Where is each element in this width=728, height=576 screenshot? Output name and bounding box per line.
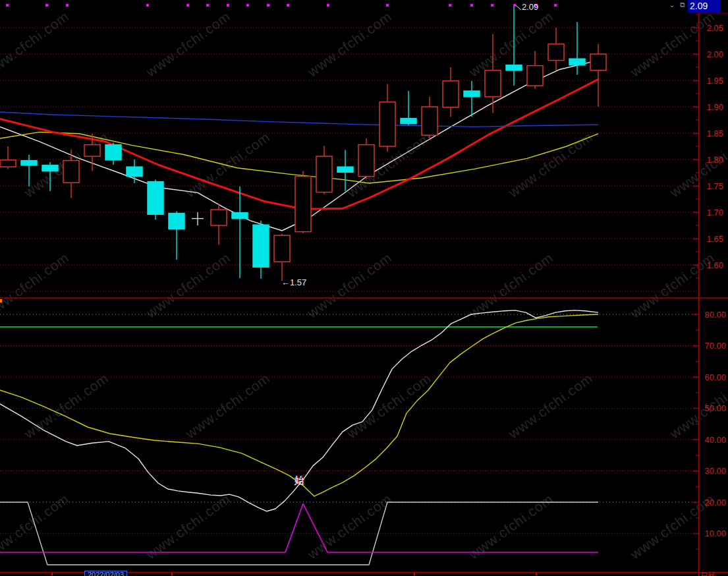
indicator-axis-label: 50.00 bbox=[704, 403, 726, 413]
d-line bbox=[0, 314, 598, 496]
candle-body bbox=[443, 81, 459, 107]
candle-body bbox=[464, 91, 480, 97]
period-dot bbox=[206, 4, 209, 7]
indicator-axis-label: 70.00 bbox=[704, 341, 726, 351]
period-dot bbox=[146, 4, 149, 7]
candle-body bbox=[126, 167, 142, 176]
candle-body bbox=[21, 161, 37, 165]
start-marker: 始 bbox=[294, 475, 304, 487]
orange-mark bbox=[0, 299, 2, 302]
price-axis-label: 2.00 bbox=[707, 49, 723, 59]
price-axis-label: 1.95 bbox=[707, 76, 723, 86]
period-dot bbox=[491, 4, 493, 7]
candle-body bbox=[232, 213, 248, 219]
indicator-axis-label: 10.00 bbox=[704, 529, 726, 538]
price-axis-label: 1.70 bbox=[707, 208, 723, 217]
period-dot bbox=[227, 4, 229, 7]
price-axis-label: 1.60 bbox=[707, 260, 723, 270]
period-dot bbox=[470, 4, 473, 7]
window-icon[interactable]: ⧉ bbox=[677, 0, 688, 9]
candle-body bbox=[42, 165, 58, 171]
time-axis-tick bbox=[51, 573, 53, 575]
candle-body bbox=[253, 225, 269, 267]
price-axis-label: 1.75 bbox=[707, 181, 723, 191]
candle-body bbox=[422, 107, 437, 135]
stock-chart-app: www.cfchi.comwww.cfchi.comwww.cfchi.comw… bbox=[0, 0, 728, 576]
candle-body bbox=[485, 71, 501, 97]
high-annotation-arrow bbox=[516, 5, 521, 10]
period-dot bbox=[449, 4, 451, 7]
axis-header: ⌄ ⧉ 2.09 bbox=[667, 0, 720, 13]
candle-body bbox=[337, 167, 353, 172]
high-price-annotation: 2.09 bbox=[522, 2, 538, 12]
candle-body bbox=[0, 160, 16, 167]
chevron-down-icon[interactable]: ⌄ bbox=[667, 0, 677, 9]
candle-body bbox=[506, 65, 522, 71]
period-dot bbox=[554, 4, 557, 7]
indicator-axis-label: 20.00 bbox=[704, 498, 726, 507]
status-bar: 2022/02/03 日线 bbox=[0, 573, 728, 576]
time-axis-tick bbox=[536, 573, 537, 575]
candle-body bbox=[569, 59, 585, 65]
candle-body bbox=[169, 214, 184, 229]
indicator-axis-label: 60.00 bbox=[704, 372, 726, 382]
indicator-axis-label: 40.00 bbox=[704, 435, 726, 445]
period-dot bbox=[246, 4, 249, 7]
candle-body bbox=[316, 156, 332, 192]
period-dot bbox=[287, 4, 289, 7]
candle-body bbox=[590, 54, 606, 71]
candle-body bbox=[63, 161, 79, 183]
candle-body bbox=[84, 145, 100, 157]
period-dot bbox=[267, 4, 269, 7]
low-price-annotation: ←1.57 bbox=[281, 277, 306, 287]
period-dot bbox=[513, 4, 516, 7]
time-axis-tick bbox=[171, 573, 173, 575]
candle-body bbox=[295, 177, 311, 232]
candle-body bbox=[211, 210, 227, 225]
candle-body bbox=[379, 102, 395, 146]
indicator-axis-label: 80.00 bbox=[704, 310, 726, 320]
period-dot bbox=[6, 4, 9, 7]
price-axis-label: 2.05 bbox=[707, 23, 723, 33]
price-axis-label: 1.80 bbox=[707, 155, 723, 165]
period-dot bbox=[186, 4, 189, 7]
candle-body bbox=[105, 145, 121, 160]
time-axis-tick bbox=[414, 573, 415, 575]
price-axis-label: 1.85 bbox=[707, 129, 723, 138]
chart-canvas[interactable]: 2.052.001.951.901.851.801.751.701.651.60… bbox=[0, 0, 728, 576]
period-dot bbox=[386, 4, 389, 7]
candle-body bbox=[148, 182, 163, 215]
price-axis-label: 1.65 bbox=[707, 234, 723, 244]
price-axis-label: 1.90 bbox=[707, 102, 723, 112]
period-dot bbox=[66, 4, 69, 7]
date-label[interactable]: 2022/02/03 bbox=[84, 571, 127, 576]
candle-body bbox=[401, 119, 416, 124]
last-price-badge: 2.09 bbox=[688, 0, 720, 13]
candle-body bbox=[548, 44, 564, 61]
candle-body bbox=[274, 235, 290, 262]
indicator-axis-label: 30.00 bbox=[704, 466, 726, 476]
magenta-signal bbox=[0, 504, 598, 552]
period-label: 日线 bbox=[700, 571, 716, 576]
candle-body bbox=[527, 66, 543, 86]
period-dot bbox=[45, 4, 48, 7]
candle-body bbox=[358, 145, 374, 177]
period-dot bbox=[327, 4, 329, 7]
